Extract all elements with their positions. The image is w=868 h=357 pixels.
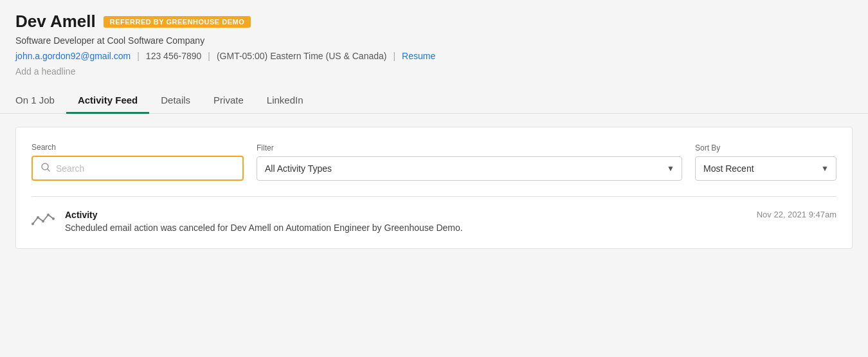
email-link[interactable]: john.a.gordon92@gmail.com <box>15 51 131 61</box>
table-row: Activity Nov 22, 2021 9:47am Scheduled e… <box>32 210 836 233</box>
activity-header: Activity Nov 22, 2021 9:47am <box>65 210 836 220</box>
candidate-name: Dev Amell <box>15 12 96 32</box>
filter-section: Filter All Activity Types Emails Notes S… <box>257 143 682 181</box>
separator-1: | <box>137 51 140 61</box>
search-input[interactable] <box>56 163 235 174</box>
activity-timestamp: Nov 22, 2021 9:47am <box>757 210 836 219</box>
sort-select-container: Most Recent Oldest First ▼ <box>695 156 836 181</box>
contact-row: john.a.gordon92@gmail.com | 123 456-7890… <box>15 51 853 61</box>
filter-row: Search Filter All Activity Types <box>32 143 836 181</box>
sort-section: Sort By Most Recent Oldest First ▼ <box>695 143 836 181</box>
tab-private[interactable]: Private <box>202 88 255 114</box>
tab-details[interactable]: Details <box>149 88 202 114</box>
tab-activity-feed[interactable]: Activity Feed <box>66 88 149 114</box>
filter-label: Filter <box>257 143 682 152</box>
sort-select[interactable]: Most Recent Oldest First <box>695 156 836 181</box>
activity-content: Activity Nov 22, 2021 9:47am Scheduled e… <box>65 210 836 233</box>
svg-line-1 <box>48 169 50 171</box>
content-card: Search Filter All Activity Types <box>15 127 853 249</box>
svg-point-6 <box>52 217 55 220</box>
headline-placeholder[interactable]: Add a headline <box>15 66 853 77</box>
svg-point-5 <box>47 214 50 216</box>
tabs-nav: On 1 Job Activity Feed Details Private L… <box>0 88 868 113</box>
activity-description: Scheduled email action was canceled for … <box>65 223 836 233</box>
search-section: Search <box>32 143 244 181</box>
tab-on-job[interactable]: On 1 Job <box>15 88 66 114</box>
search-input-wrapper[interactable] <box>32 156 244 181</box>
svg-point-3 <box>37 216 39 219</box>
svg-point-2 <box>32 223 34 225</box>
tab-linkedin[interactable]: LinkedIn <box>255 88 315 114</box>
job-title: Software Developer at Cool Software Comp… <box>15 35 853 46</box>
main-content: Search Filter All Activity Types <box>0 114 868 262</box>
separator-2: | <box>208 51 210 61</box>
filter-select[interactable]: All Activity Types Emails Notes Scorecar… <box>257 156 682 181</box>
sort-label: Sort By <box>695 143 836 152</box>
filter-select-container: All Activity Types Emails Notes Scorecar… <box>257 156 682 181</box>
tabs-nav-section: On 1 Job Activity Feed Details Private L… <box>0 77 868 114</box>
resume-link[interactable]: Resume <box>402 51 435 61</box>
search-label: Search <box>32 143 244 152</box>
activity-title: Activity <box>65 210 98 220</box>
divider <box>32 196 836 197</box>
phone-number: 123 456-7890 <box>146 51 201 61</box>
timezone: (GMT-05:00) Eastern Time (US & Canada) <box>217 51 387 61</box>
activity-type-icon <box>32 211 55 231</box>
referred-badge: REFERRED BY GREENHOUSE DEMO <box>104 16 251 28</box>
svg-point-4 <box>42 220 44 223</box>
separator-3: | <box>393 51 395 61</box>
search-icon <box>41 162 51 174</box>
